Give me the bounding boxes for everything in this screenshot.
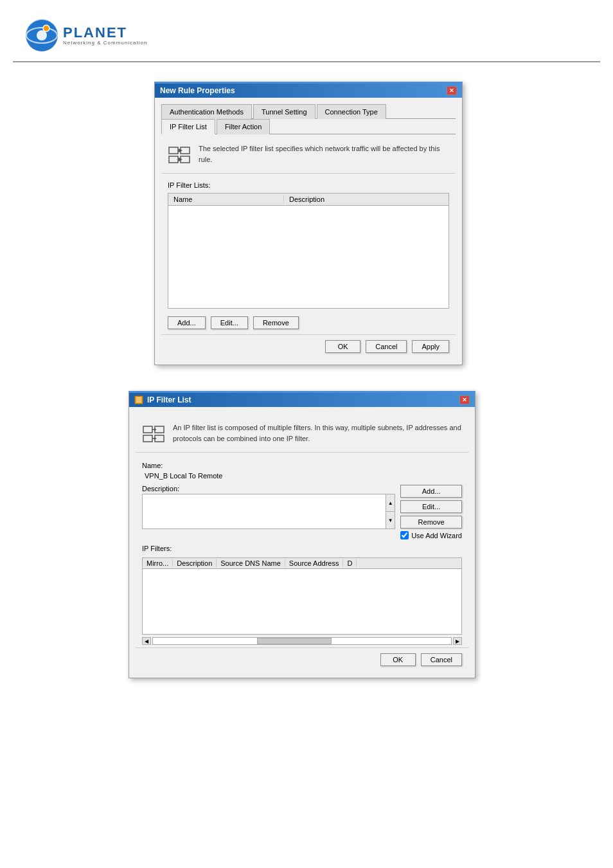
cancel-button[interactable]: Cancel	[366, 340, 407, 353]
side-action-buttons: Add... Edit... Remove Use Add Wizard	[400, 485, 462, 539]
dialog1-titlebar: New Rule Properties ✕	[155, 84, 462, 98]
svg-rect-14	[143, 426, 152, 433]
dialog2-remove-button[interactable]: Remove	[400, 516, 462, 529]
edit-button[interactable]: Edit...	[211, 316, 248, 329]
svg-rect-6	[169, 156, 178, 163]
remove-button[interactable]: Remove	[253, 316, 299, 329]
col-desc-header: Description	[284, 195, 449, 203]
dialog2-add-button[interactable]: Add...	[400, 485, 462, 498]
ip-filters-section: IP Filters:	[136, 542, 468, 557]
scroll-track[interactable]	[152, 637, 452, 645]
logo-text: PLANET Networking & Communication	[63, 26, 147, 46]
dialog1-controls: ✕	[447, 86, 457, 95]
tab-connection-type[interactable]: Connection Type	[317, 104, 386, 119]
dialog2-icon-desc: An IP filter list is composed of multipl…	[136, 413, 468, 453]
dialog1-close-button[interactable]: ✕	[447, 86, 457, 95]
description-section: Description: ▲ ▼ Add... Edit... Remove U…	[136, 482, 468, 542]
tab-filter-action[interactable]: Filter Action	[217, 119, 270, 134]
dialog2-content: An IP filter list is composed of multipl…	[129, 407, 475, 678]
tagline: Networking & Communication	[63, 40, 147, 46]
col-mirror: Mirro...	[143, 559, 173, 567]
dialog2-ok-row: OK Cancel	[136, 647, 468, 671]
name-value: VPN_B Local To Remote	[142, 471, 462, 481]
brand-name: PLANET	[63, 26, 147, 40]
dialog1-table-header: Name Description	[168, 194, 449, 206]
dialog1-description-text: The selected IP filter list specifies wh…	[199, 143, 449, 165]
scroll-down-arrow[interactable]: ▼	[386, 512, 395, 529]
apply-button[interactable]: Apply	[412, 340, 449, 353]
col-source-dns: Source DNS Name	[217, 559, 285, 567]
dialog2-titlebar: IP Filter List ✕	[129, 393, 475, 407]
scroll-thumb	[257, 638, 332, 644]
col-name-header: Name	[168, 195, 284, 203]
svg-rect-5	[181, 147, 190, 154]
dialog1-content: Authentication Methods Tunnel Setting Co…	[155, 98, 462, 365]
dialog2-edit-button[interactable]: Edit...	[400, 500, 462, 513]
ip-filter-icon	[142, 422, 165, 446]
ip-filters-label: IP Filters:	[142, 545, 462, 552]
svg-rect-7	[181, 156, 190, 163]
tab-tunnel-setting[interactable]: Tunnel Setting	[253, 104, 315, 119]
dialog1-filter-table: Name Description	[168, 193, 449, 309]
description-label: Description:	[142, 485, 395, 493]
filter-list-icon	[134, 395, 143, 404]
logo-icon	[26, 19, 58, 51]
use-add-wizard-wrapper: Use Add Wizard	[400, 531, 462, 539]
ip-filters-table[interactable]: Mirro... Description Source DNS Name Sou…	[142, 557, 462, 635]
col-d: D	[343, 559, 357, 567]
dialog1-table-body[interactable]	[168, 206, 449, 303]
description-input-area[interactable]: ▲ ▼	[142, 494, 395, 529]
filter-table-header: Mirro... Description Source DNS Name Sou…	[143, 558, 461, 569]
dialog1-title: New Rule Properties	[160, 86, 235, 95]
header: PLANET Networking & Communication	[13, 13, 600, 62]
col-description: Description	[173, 559, 217, 567]
scroll-right-arrow[interactable]: ▶	[453, 637, 462, 645]
use-add-wizard-checkbox[interactable]	[400, 531, 409, 539]
use-add-wizard-label: Use Add Wizard	[411, 532, 462, 539]
add-button[interactable]: Add...	[168, 316, 206, 329]
new-rule-properties-dialog: New Rule Properties ✕ Authentication Met…	[154, 82, 463, 365]
scroll-left-arrow[interactable]: ◀	[142, 637, 151, 645]
filter-table-body	[143, 569, 461, 631]
horizontal-scrollbar: ◀ ▶	[142, 637, 462, 645]
tab-ip-filter-list[interactable]: IP Filter List	[161, 119, 215, 134]
ip-filter-lists-label: IP Filter Lists:	[161, 179, 456, 190]
ip-filters-table-wrapper: Mirro... Description Source DNS Name Sou…	[142, 557, 462, 635]
dialog2-description-text: An IP filter list is composed of multipl…	[173, 422, 462, 444]
dialog2-cancel-button[interactable]: Cancel	[421, 653, 462, 666]
ok-button[interactable]: OK	[325, 340, 360, 353]
svg-marker-21	[154, 437, 157, 440]
svg-rect-4	[169, 147, 178, 154]
dialog1-ok-row: OK Cancel Apply	[161, 334, 456, 358]
dialog1-icon-desc: The selected IP filter list specifies wh…	[161, 134, 456, 174]
name-label: Name:	[142, 462, 462, 469]
tab-authentication-methods[interactable]: Authentication Methods	[161, 104, 252, 119]
dialog1-tabs: Authentication Methods Tunnel Setting Co…	[161, 104, 456, 119]
col-source-addr: Source Address	[285, 559, 344, 567]
dialog1-tabs-row2: IP Filter List Filter Action	[161, 119, 456, 134]
dialog2-close-button[interactable]: ✕	[459, 395, 470, 404]
dialog1-action-buttons: Add... Edit... Remove	[161, 311, 456, 334]
dialog2-ok-button[interactable]: OK	[380, 653, 416, 666]
scroll-up-arrow[interactable]: ▲	[386, 494, 395, 512]
description-area: Description: ▲ ▼	[142, 485, 395, 539]
svg-marker-19	[154, 428, 157, 431]
network-filter-icon	[168, 143, 191, 167]
dialog2-title: IP Filter List	[147, 395, 191, 404]
name-field-wrapper: Name: VPN_B Local To Remote	[136, 458, 468, 482]
ip-filter-list-dialog: IP Filter List ✕ An IP filter list i	[129, 391, 475, 678]
svg-rect-16	[143, 435, 152, 442]
svg-point-3	[43, 25, 49, 32]
dialog2-controls: ✕	[459, 395, 470, 404]
